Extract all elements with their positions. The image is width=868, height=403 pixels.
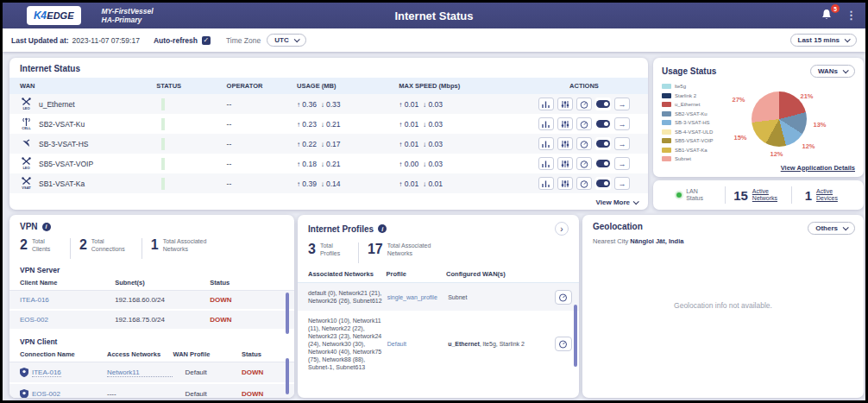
- vpn-client-access-network[interactable]: Network11: [107, 368, 173, 377]
- vpn-client-scrollbar[interactable]: [286, 358, 289, 394]
- k4edge-logo[interactable]: K4 EDGE: [27, 6, 81, 25]
- pie-label: 13%: [813, 121, 826, 129]
- notification-badge: 5: [831, 4, 840, 13]
- wan-enable-toggle[interactable]: [595, 157, 611, 170]
- nearest-city-value: Nāngloi Jāt, India: [630, 237, 683, 245]
- wan-type-icon: VSAT: [20, 177, 33, 190]
- profile-row[interactable]: Network10 (10), Network11 (11), Network2…: [298, 311, 579, 377]
- wan-usage: ↑ 0.23 ↓ 0.21: [297, 120, 399, 129]
- legend-swatch: [662, 148, 671, 153]
- auto-refresh-checkbox[interactable]: ✓: [202, 36, 211, 45]
- usage-chart-button[interactable]: [538, 98, 554, 110]
- usage-chart-button[interactable]: [538, 117, 554, 130]
- time-range-select[interactable]: Last 15 mins: [790, 34, 857, 47]
- speed-test-button[interactable]: [576, 177, 592, 190]
- active-devices-link[interactable]: Active Devices: [816, 188, 844, 202]
- profiles-table-header: Associated Networks Profile Configured W…: [298, 263, 579, 283]
- settings-sliders-button[interactable]: [557, 137, 573, 150]
- profile-networks: default (0), Network21 (21), Network26 (…: [308, 289, 387, 305]
- active-networks: 15 Active Networks: [726, 188, 790, 203]
- time-zone-select[interactable]: UTC: [267, 34, 305, 47]
- vpn-client-connection-link[interactable]: ITEA-016: [32, 368, 61, 377]
- speed-test-button[interactable]: [576, 137, 592, 150]
- geolocation-empty-message: Geolocation info not available.: [582, 301, 864, 310]
- wan-details-arrow-button[interactable]: →: [614, 157, 630, 170]
- logo-k4-text: K4: [34, 9, 46, 22]
- info-icon[interactable]: i: [378, 224, 387, 233]
- wan-type-icon: [20, 139, 33, 148]
- col-usage: USAGE (MB): [297, 82, 399, 90]
- settings-sliders-button[interactable]: [557, 157, 573, 170]
- profile-row[interactable]: default (0), Network21 (21), Network26 (…: [298, 283, 579, 311]
- vpn-server-row[interactable]: ITEA-016 192.168.60.0/24 DOWN: [9, 291, 294, 311]
- usage-filter-select[interactable]: WANs: [810, 65, 855, 78]
- wan-details-arrow-button[interactable]: →: [614, 98, 630, 110]
- legend-label: Starlink 2: [675, 93, 696, 98]
- wan-details-arrow-button[interactable]: →: [614, 117, 630, 130]
- wan-enable-toggle[interactable]: [595, 98, 611, 110]
- chevron-right-button[interactable]: ›: [555, 222, 569, 236]
- vpn-server-client-link[interactable]: EOS-002: [20, 316, 115, 324]
- view-more-label: View More: [596, 198, 630, 206]
- vessel-name: MY-FirstVessel HA-Primary: [102, 7, 154, 24]
- vessel-line1: MY-FirstVessel: [102, 7, 154, 16]
- time-range-value: Last 15 mins: [798, 36, 840, 44]
- profile-name-link[interactable]: single_wan_profile: [387, 294, 448, 300]
- vpn-server-row[interactable]: EOS-002 192.168.75.0/24 DOWN: [9, 311, 294, 331]
- geolocation-title: Geolocation: [593, 222, 643, 231]
- wan-usage: ↑ 0.36 ↓ 0.33: [297, 100, 399, 109]
- internet-status-panel: Internet Status WAN STATUS OPERATOR USAG…: [9, 58, 648, 210]
- wan-enable-toggle[interactable]: [595, 137, 611, 150]
- usage-chart-button[interactable]: [538, 177, 554, 190]
- vpn-server-scrollbar[interactable]: [286, 293, 289, 334]
- settings-sliders-button[interactable]: [557, 117, 573, 130]
- pie-label: 15%: [733, 134, 746, 142]
- kebab-menu-icon[interactable]: ⋮: [846, 11, 857, 20]
- usage-chart-button[interactable]: [538, 137, 554, 150]
- speed-test-button[interactable]: [576, 98, 592, 110]
- wan-max-speed: ↑ 0.01 ↓ 0.03: [399, 100, 520, 109]
- wan-max-speed: ↑ 0.01 ↓ 0.01: [399, 179, 520, 188]
- chevron-down-icon: [293, 36, 299, 42]
- speed-test-button[interactable]: [576, 117, 592, 130]
- legend-label: SB-4-VSAT-ULD: [675, 129, 713, 135]
- profile-wan-rest: Subnet: [448, 294, 467, 300]
- wan-enable-toggle[interactable]: [595, 177, 611, 190]
- profiles-scrollbar[interactable]: [574, 305, 577, 367]
- wan-enable-toggle[interactable]: [595, 117, 611, 130]
- usage-chart-button[interactable]: [538, 157, 554, 170]
- vpn-client-title: VPN Client: [9, 331, 294, 349]
- view-application-details-link[interactable]: View Application Details: [781, 164, 855, 172]
- wan-name: SB1-VSAT-Ka: [39, 179, 85, 188]
- pie-label: 27%: [732, 96, 745, 104]
- pie-chart[interactable]: [752, 91, 807, 147]
- wan-details-arrow-button[interactable]: →: [614, 137, 630, 150]
- legend-swatch: [662, 138, 671, 143]
- speed-test-button[interactable]: [576, 157, 592, 170]
- vpn-total-connections-value: 2: [79, 238, 87, 252]
- vpn-client-row[interactable]: EOS-002 ---- Default DOWN: [9, 384, 294, 398]
- profile-name-link[interactable]: Default: [387, 341, 448, 347]
- notifications-button[interactable]: 5: [820, 8, 835, 23]
- vpn-client-row[interactable]: ITEA-016 Network11 Default DOWN: [9, 362, 294, 384]
- settings-sliders-button[interactable]: [557, 177, 573, 190]
- vpn-server-client-link[interactable]: ITEA-016: [20, 296, 115, 304]
- vpn-client-connection-link[interactable]: EOS-002: [32, 390, 60, 399]
- top-header: K4 EDGE MY-FirstVessel HA-Primary Intern…: [3, 3, 865, 28]
- vpn-client-status: DOWN: [242, 390, 284, 398]
- geolocation-filter-select[interactable]: Others: [808, 222, 855, 235]
- info-icon[interactable]: i: [42, 223, 51, 231]
- view-more-button[interactable]: View More: [596, 198, 638, 206]
- speed-test-button[interactable]: [555, 337, 572, 351]
- legend-label: SB2-VSAT-Ku: [675, 111, 708, 116]
- legend-item: lte5g: [662, 84, 714, 89]
- geolocation-filter-value: Others: [815, 224, 838, 232]
- wan-details-arrow-button[interactable]: →: [614, 177, 630, 190]
- profiles-stats: 3Total Profiles 17Total Associated Netwo…: [298, 236, 579, 263]
- active-networks-link[interactable]: Active Networks: [752, 188, 783, 202]
- settings-sliders-button[interactable]: [557, 98, 573, 110]
- legend-swatch: [662, 84, 671, 89]
- vpn-server-subnet: 192.168.75.0/24: [115, 316, 210, 324]
- internet-status-table-header: WAN STATUS OPERATOR USAGE (MB) MAX SPEED…: [9, 78, 648, 94]
- speed-test-button[interactable]: [555, 290, 572, 305]
